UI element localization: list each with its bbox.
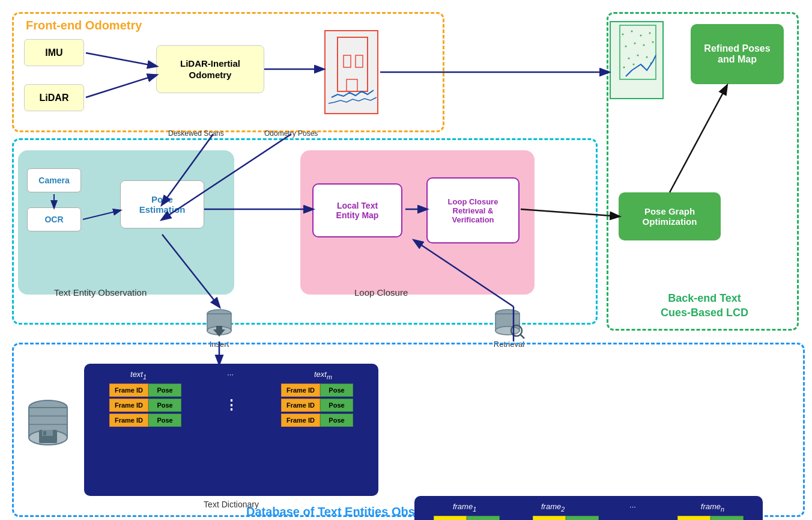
database-insert-icon xyxy=(204,307,234,340)
pose-graph-optimization-box: Pose GraphOptimization xyxy=(619,192,721,240)
deskewed-label: Deskewed Scans xyxy=(168,129,224,138)
main-db-svg xyxy=(24,397,72,451)
text-cell: Text xyxy=(677,516,710,520)
svg-line-30 xyxy=(520,334,524,338)
svg-rect-0 xyxy=(326,31,378,114)
col-separator: ⋮ xyxy=(220,384,243,427)
frame-dictionary-box: frame1 frame2 ··· framen Text Pose Text … xyxy=(414,496,763,520)
local-text-map-label: Local TextEntity Map xyxy=(336,201,379,220)
frame-dict-col1: Text Pose Text Pose Text Pose xyxy=(434,516,500,520)
frame-id-cell: Frame ID xyxy=(281,384,320,397)
pose-cell: Pose xyxy=(148,399,181,412)
frame-dots: ··· xyxy=(629,502,636,513)
pose-cell: Pose xyxy=(710,516,744,520)
lidar-inertial-box: LiDAR-InertialOdometry xyxy=(156,45,264,93)
pose-cell: Pose xyxy=(320,414,353,427)
pose-cell: Pose xyxy=(148,384,181,397)
frame-id-cell: Frame ID xyxy=(109,384,148,397)
imu-box: IMU xyxy=(24,39,84,66)
lidar-inertial-label: LiDAR-InertialOdometry xyxy=(180,58,240,81)
text-cell: Text xyxy=(533,516,566,520)
lidar-box: LiDAR xyxy=(24,84,84,111)
pose-cell: Pose xyxy=(148,414,181,427)
main-database-icon xyxy=(24,397,72,453)
frame-dict-coln: Text Pose Text Pose Text Pose xyxy=(677,516,744,520)
camera-label: Camera xyxy=(38,176,69,185)
frame2-header: frame2 xyxy=(541,502,565,513)
diagram: Front-end Odometry IMU LiDAR LiDAR-Inert… xyxy=(6,6,805,514)
frame-dict-col2: Text Pose Text Pose Text Pose xyxy=(533,516,599,520)
refined-poses-box: Refined Posesand Map xyxy=(691,24,784,84)
loop-retrieval-box: Loop ClosureRetrieval &Verification xyxy=(426,177,520,243)
ocr-box: OCR xyxy=(27,207,81,231)
text-entity-label: Text Entity Observation xyxy=(54,287,147,298)
lidar-label: LiDAR xyxy=(40,93,69,103)
backend-label: Back-end TextCues-Based LCD xyxy=(614,292,795,320)
local-text-entity-map-box: Local TextEntity Map xyxy=(312,183,402,237)
loop-closure-label: Loop Closure xyxy=(354,287,408,298)
refined-poses-label: Refined Posesand Map xyxy=(704,43,770,65)
textm-header: textm xyxy=(314,370,332,381)
frame-col-separator: ⋮ xyxy=(631,516,644,520)
database-retrieval-icon xyxy=(492,307,526,340)
frame-id-cell: Frame ID xyxy=(109,414,148,427)
text1-header: text1 xyxy=(130,370,147,381)
loop-retrieval-label: Loop ClosureRetrieval &Verification xyxy=(448,197,498,224)
frame-id-cell: Frame ID xyxy=(109,399,148,412)
imu-label: IMU xyxy=(45,47,62,58)
camera-box: Camera xyxy=(27,168,81,192)
pose-cell: Pose xyxy=(320,399,353,412)
frame-id-cell: Frame ID xyxy=(281,399,320,412)
ocr-label: OCR xyxy=(44,215,63,224)
pose-estimation-box: PoseEstimation xyxy=(120,180,204,228)
svg-point-28 xyxy=(495,326,520,335)
pose-estimation-label: PoseEstimation xyxy=(139,194,186,215)
text-dots: ··· xyxy=(227,370,234,381)
frontend-label: Front-end Odometry xyxy=(26,19,142,32)
framen-header: framen xyxy=(701,502,724,513)
odometry-poses-label: Odometry Poses xyxy=(264,129,318,138)
frame1-header: frame1 xyxy=(453,502,476,513)
pose-cell: Pose xyxy=(467,516,500,520)
deskewed-scan-image xyxy=(324,30,378,114)
svg-rect-38 xyxy=(43,431,46,435)
text-dict-col1: Frame ID Pose Frame ID Pose Frame ID Pos… xyxy=(109,384,181,427)
pose-cell: Pose xyxy=(320,384,353,397)
pose-graph-label: Pose GraphOptimization xyxy=(643,206,697,227)
text-cell: Text xyxy=(434,516,467,520)
text-dict-label: Text Dictionary xyxy=(204,500,259,509)
text-dictionary-box: text1 ··· textm Frame ID Pose Frame ID P… xyxy=(84,364,378,496)
frame-id-cell: Frame ID xyxy=(281,414,320,427)
text-dict-col2: Frame ID Pose Frame ID Pose Frame ID Pos… xyxy=(281,384,353,427)
pose-cell: Pose xyxy=(566,516,599,520)
